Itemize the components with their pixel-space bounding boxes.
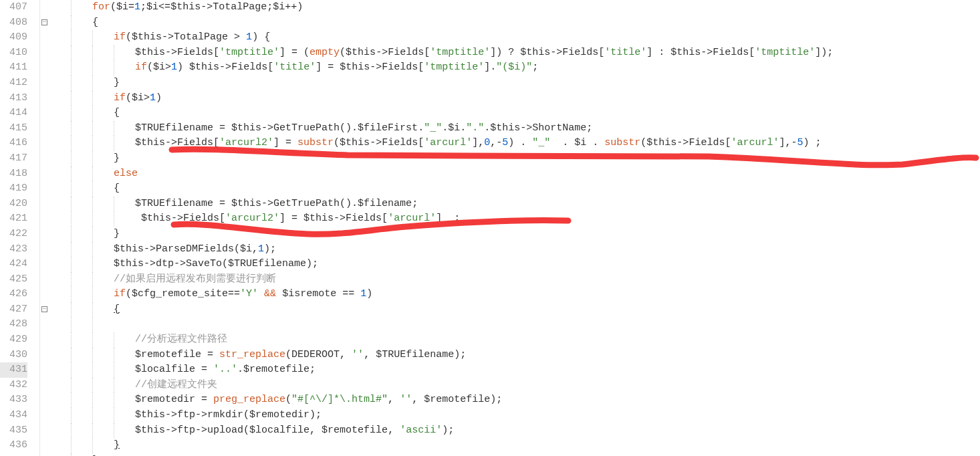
code-line[interactable] [49, 317, 980, 332]
code-token: -> [376, 47, 388, 58]
code-line[interactable]: $this->dtp->SaveTo($TRUEfilename); [49, 257, 980, 272]
code-token: $localfile [249, 425, 310, 436]
code-token: $this [189, 62, 219, 73]
code-line[interactable]: $TRUEfilename = $this->GetTruePath().$fi… [49, 121, 980, 136]
code-token: $i [273, 1, 285, 13]
code-line[interactable]: { [49, 181, 980, 197]
code-line[interactable]: $localfile = '..'.$remotefile; [49, 362, 980, 378]
code-token: , [388, 394, 400, 405]
code-line[interactable]: { [49, 15, 980, 31]
code-token: ) [366, 288, 372, 300]
line-number: 423 [0, 242, 27, 257]
line-number: 410 [0, 45, 27, 61]
code-token: Fields[ [177, 137, 219, 148]
code-line[interactable]: } [49, 438, 980, 453]
code-token: ] = ( [279, 47, 310, 58]
code-token: . [586, 137, 604, 148]
code-token: (DEDEROOT, [285, 349, 352, 360]
fold-toggle-icon[interactable]: − [41, 306, 47, 312]
code-token: 'tmptitle' [424, 62, 484, 73]
code-token: ] : [646, 47, 670, 58]
code-token: -> [370, 62, 382, 73]
code-token: $remotefile [135, 349, 201, 360]
code-token: $TRUEfilename [228, 258, 306, 269]
code-line[interactable]: } [49, 453, 980, 456]
code-line[interactable]: //创建远程文件夹 [49, 378, 980, 393]
line-number: 420 [0, 197, 27, 212]
code-line[interactable]: { [49, 302, 980, 318]
code-line[interactable]: //如果启用远程发布则需要进行判断 [49, 272, 980, 288]
line-number: 429 [0, 332, 27, 348]
code-token: $this [170, 1, 201, 13]
line-number: 437 [0, 453, 27, 456]
code-token: ; [532, 62, 538, 73]
code-line[interactable]: } [49, 151, 980, 166]
code-token: $this [135, 137, 165, 148]
code-token: -> [201, 1, 213, 13]
code-line[interactable]: $this->ftp->rmkdir($remotedir); [49, 408, 980, 423]
code-token: . [442, 122, 448, 134]
code-line[interactable]: if($cfg_remote_site=='Y' && $isremote ==… [49, 287, 980, 302]
code-token: == [228, 288, 240, 300]
code-token: ( [640, 137, 646, 148]
code-line[interactable]: } [49, 76, 980, 91]
code-token: ) [156, 92, 162, 104]
code-token: ,- [490, 137, 502, 148]
code-line[interactable]: $this->ParseDMFields($i,1); [49, 242, 980, 257]
code-editor[interactable]: 4074084094104114124134144154164174184194… [0, 0, 980, 456]
code-token: Fields[ [562, 47, 604, 58]
code-line[interactable]: $TRUEfilename = $this->GetTruePath().$fi… [49, 197, 980, 212]
code-line[interactable]: { [49, 106, 980, 121]
code-token: . [418, 122, 424, 134]
code-token: . [484, 122, 490, 134]
code-token: 1 [171, 62, 177, 73]
line-number: 428 [0, 317, 27, 332]
code-line[interactable]: if($this->TotalPage > 1) { [49, 30, 980, 45]
code-line[interactable]: //分析远程文件路径 [49, 332, 980, 348]
code-line[interactable]: else [49, 166, 980, 182]
code-token: $i [132, 92, 144, 104]
code-line[interactable]: $remotedir = preg_replace("#[^\/]*\.html… [49, 392, 980, 408]
code-line[interactable]: $remotefile = str_replace(DEDEROOT, '', … [49, 348, 980, 363]
code-token: $this [340, 137, 370, 148]
code-token: 1 [360, 288, 366, 300]
code-token: ; [140, 1, 146, 13]
code-token: Fields[ [382, 137, 424, 148]
code-line[interactable]: $this->Fields['arcurl2'] = $this->Fields… [49, 211, 980, 227]
line-number: 418 [0, 166, 27, 182]
code-line[interactable]: $this->Fields['tmptitle'] = (empty($this… [49, 45, 980, 61]
code-line[interactable]: for($i=1;$i<=$this->TotalPage;$i++) [49, 0, 980, 15]
code-token: Fields[ [183, 213, 225, 224]
code-token: for [92, 1, 110, 13]
code-line[interactable]: } [49, 227, 980, 242]
code-token: 'arcurl' [731, 137, 779, 148]
fold-column[interactable]: −− [40, 0, 49, 456]
code-token: <= [158, 1, 170, 13]
code-token: -> [550, 47, 562, 58]
code-token: $this [135, 213, 171, 224]
code-token: -> [165, 137, 177, 148]
line-number: 435 [0, 423, 27, 439]
code-token: $TRUEfilename [135, 198, 213, 209]
code-token: ) [177, 62, 189, 73]
code-token: $TRUEfilename [376, 349, 454, 360]
line-number: 434 [0, 408, 27, 423]
code-token: ) ; [803, 137, 821, 148]
code-token: ] = [316, 62, 340, 73]
code-line[interactable]: if($i>1) [49, 91, 980, 106]
code-line[interactable]: $this->Fields['arcurl2'] = substr($this-… [49, 136, 980, 151]
code-line[interactable]: $this->ftp->upload($localfile, $remotefi… [49, 423, 980, 439]
code-token: "_" [424, 122, 442, 134]
code-token: $this [346, 47, 376, 58]
code-token: $this [132, 31, 162, 43]
code-token: $remotefile [243, 364, 310, 375]
code-area[interactable]: for($i=1;$i<=$this->TotalPage;$i++){if($… [49, 0, 980, 456]
code-token: $this [114, 258, 144, 269]
code-token: Fields[ [713, 47, 755, 58]
code-token: '' [400, 394, 412, 405]
fold-toggle-icon[interactable]: − [41, 19, 47, 25]
code-token: . [550, 137, 574, 148]
code-line[interactable]: if($i>1) $this->Fields['title'] = $this-… [49, 60, 980, 76]
code-token: { [114, 183, 120, 194]
code-token: 'Y' [240, 288, 258, 300]
